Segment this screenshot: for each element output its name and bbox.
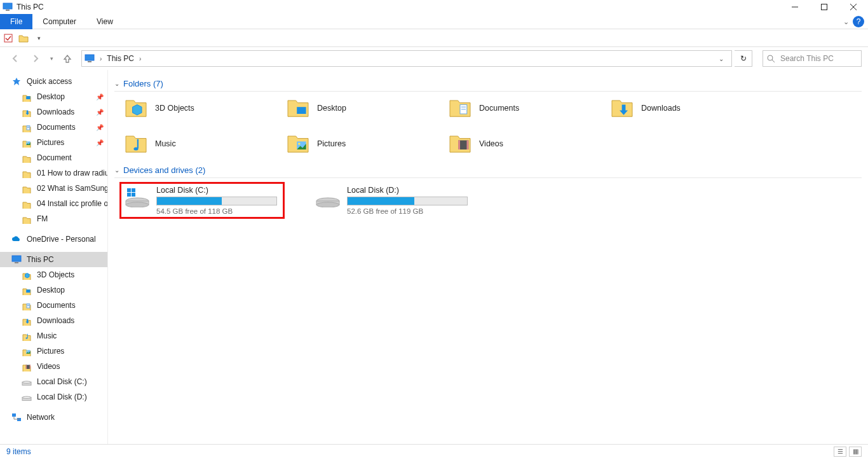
sidebar-qa-item[interactable]: Document <box>0 150 107 165</box>
svg-rect-3 <box>822 4 827 10</box>
folder-item[interactable]: Pictures <box>287 131 449 156</box>
drive-free-text: 54.5 GB free of 118 GB <box>156 207 280 215</box>
sidebar-pc-item[interactable]: Downloads <box>0 313 107 328</box>
thispc-icon <box>11 254 22 265</box>
view-tiles-button[interactable]: ▦ <box>849 447 862 457</box>
maximize-button[interactable] <box>810 0 839 14</box>
sidebar-qa-item[interactable]: 04 Install icc profile or <box>0 196 107 211</box>
folder-item[interactable]: Desktop <box>287 95 449 121</box>
search-icon <box>767 55 775 63</box>
up-button[interactable] <box>58 50 76 67</box>
sidebar-pc-item[interactable]: Documents <box>0 298 107 313</box>
sidebar-qa-item[interactable]: Downloads📌 <box>0 104 107 120</box>
close-button[interactable] <box>839 0 868 14</box>
drive-free-text: 52.6 GB free of 119 GB <box>347 207 470 215</box>
sidebar-thispc[interactable]: This PC <box>0 252 107 267</box>
svg-rect-35 <box>12 413 16 417</box>
svg-rect-19 <box>15 262 18 263</box>
drive-item[interactable]: Local Disk (D:) 52.6 GB free of 119 GB <box>310 182 475 219</box>
videos-icon <box>22 361 32 371</box>
svg-point-25 <box>25 337 27 338</box>
sidebar-pc-item[interactable]: Music <box>0 328 107 344</box>
sidebar-onedrive[interactable]: OneDrive - Personal <box>0 232 107 247</box>
titlebar: This PC <box>0 0 868 14</box>
sidebar-qa-item[interactable]: FM <box>0 211 107 226</box>
documents-icon <box>449 97 471 120</box>
breadcrumb-segment[interactable]: This PC <box>107 54 134 63</box>
tab-view[interactable]: View <box>86 14 123 29</box>
sidebar-qa-item[interactable]: 02 What is SamSung c <box>0 181 107 196</box>
ribbon: File Computer View ⌄ ? <box>0 14 868 29</box>
group-folders-header[interactable]: ⌄ Folders (7) <box>114 79 862 88</box>
pictures-icon <box>22 137 32 148</box>
minimize-button[interactable] <box>780 0 810 14</box>
sidebar-qa-item[interactable]: Documents📌 <box>0 120 107 135</box>
sidebar-pc-item[interactable]: Desktop <box>0 282 107 298</box>
svg-marker-40 <box>133 105 142 115</box>
properties-icon[interactable] <box>3 32 14 44</box>
group-drives-header[interactable]: ⌄ Devices and drives (2) <box>114 165 862 175</box>
folder-item[interactable]: Documents <box>449 95 611 121</box>
folder-item[interactable]: Videos <box>449 131 611 156</box>
sidebar-network[interactable]: Network <box>0 410 107 425</box>
chevron-right-icon[interactable]: › <box>98 55 103 62</box>
recent-dropdown-icon[interactable]: ▾ <box>47 50 56 67</box>
svg-rect-21 <box>26 289 30 293</box>
address-history-dropdown[interactable]: ⌄ <box>714 50 729 67</box>
tab-computer[interactable]: Computer <box>32 14 86 29</box>
drive-usage-bar <box>156 197 277 205</box>
sidebar-qa-item[interactable]: 01 How to draw radius <box>0 165 107 181</box>
downloads-icon <box>611 97 634 120</box>
sidebar-pc-item[interactable]: Pictures <box>0 344 107 359</box>
folder-item[interactable]: Music <box>125 131 287 156</box>
help-button[interactable]: ? <box>853 16 864 27</box>
refresh-button[interactable]: ↻ <box>735 50 752 67</box>
svg-point-61 <box>316 202 339 207</box>
svg-line-10 <box>772 60 775 62</box>
svg-rect-8 <box>88 61 92 62</box>
folder-icon <box>22 153 32 163</box>
3d-icon <box>22 270 32 280</box>
desktop-icon <box>22 92 32 102</box>
drive-item[interactable]: Local Disk (C:) 54.5 GB free of 118 GB <box>119 182 285 219</box>
drive-name: Local Disk (C:) <box>156 186 280 195</box>
pin-icon: 📌 <box>96 124 104 131</box>
qat-dropdown-icon[interactable]: ▾ <box>33 32 44 44</box>
address-bar[interactable]: › This PC › ⌄ <box>81 50 732 67</box>
svg-rect-49 <box>458 141 460 149</box>
sidebar-pc-item[interactable]: 3D Objects <box>0 267 107 282</box>
svg-point-32 <box>22 381 31 383</box>
sidebar-pc-item[interactable]: Videos <box>0 359 107 374</box>
tab-file[interactable]: File <box>0 14 32 29</box>
view-details-button[interactable]: ☰ <box>834 447 846 457</box>
status-item-count: 9 items <box>6 447 31 456</box>
search-placeholder: Search This PC <box>780 54 834 63</box>
drive-icon <box>125 186 150 207</box>
pictures-icon <box>287 132 309 155</box>
drive-icon <box>315 186 341 207</box>
new-folder-icon[interactable] <box>18 32 29 44</box>
sidebar-qa-item[interactable]: Desktop📌 <box>0 89 107 104</box>
svg-rect-0 <box>3 3 12 9</box>
downloads-icon <box>22 107 32 117</box>
folder-item[interactable]: 3D Objects <box>125 95 287 121</box>
ribbon-collapse-icon[interactable]: ⌄ <box>843 18 849 26</box>
search-box[interactable]: Search This PC <box>763 50 862 67</box>
documents-icon <box>22 122 32 132</box>
svg-rect-7 <box>85 55 94 60</box>
svg-point-53 <box>126 202 149 207</box>
folder-icon <box>22 198 32 209</box>
sidebar-pc-item[interactable]: Local Disk (C:) <box>0 374 107 389</box>
folder-item[interactable]: Downloads <box>611 95 773 121</box>
network-icon <box>11 412 22 422</box>
back-button[interactable] <box>6 50 24 67</box>
sidebar-qa-item[interactable]: Pictures📌 <box>0 135 107 150</box>
quick-access-toolbar: ▾ <box>0 29 868 47</box>
chevron-down-icon: ⌄ <box>114 167 119 174</box>
sidebar-pc-item[interactable]: Local Disk (D:) <box>0 389 107 405</box>
chevron-right-icon[interactable]: › <box>138 55 142 62</box>
svg-marker-11 <box>13 78 20 85</box>
sidebar-quick-access[interactable]: Quick access <box>0 74 107 89</box>
forward-button[interactable] <box>27 50 44 67</box>
thispc-icon <box>85 53 95 64</box>
